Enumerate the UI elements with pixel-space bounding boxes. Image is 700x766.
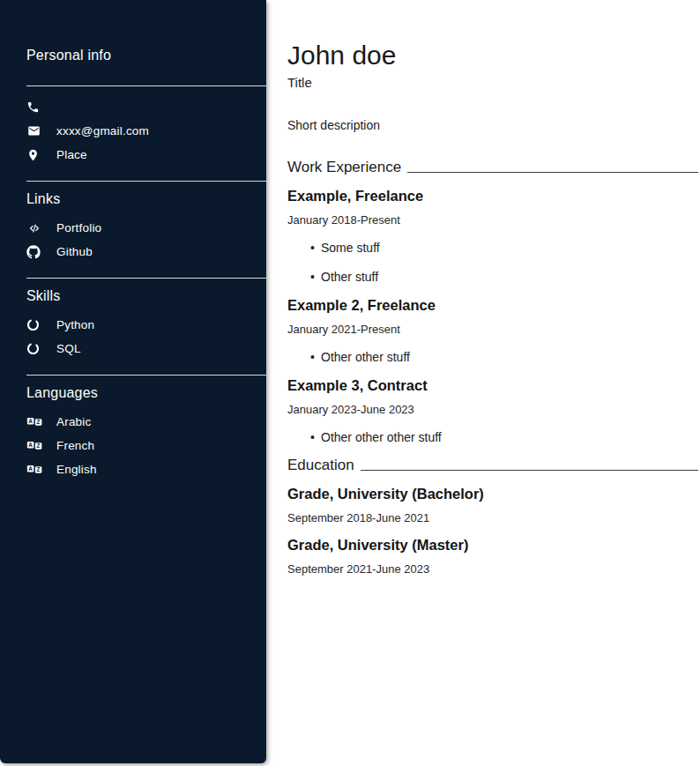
language-item: AZ French xyxy=(0,434,266,457)
section-heading-label: Education xyxy=(287,457,354,474)
language-label: Arabic xyxy=(56,415,91,428)
work-entry-title: Example, Freelance xyxy=(287,187,698,205)
skill-item: Python xyxy=(0,313,266,337)
education-entry-dates: September 2018-June 2021 xyxy=(287,511,698,525)
link-label: Portfolio xyxy=(56,221,101,234)
bullet-item: Some stuff xyxy=(310,241,698,256)
bullet-item: Other stuff xyxy=(310,270,698,285)
divider xyxy=(26,86,266,86)
bullet-item: Other other stuff xyxy=(310,350,698,365)
divider xyxy=(26,181,266,182)
education-section: Education Grade, University (Bachelor) S… xyxy=(287,457,698,576)
phone-row xyxy=(0,95,266,119)
personal-info-heading: Personal info xyxy=(0,47,266,63)
github-icon xyxy=(26,245,43,259)
sidebar-link-portfolio[interactable]: Portfolio xyxy=(0,216,266,240)
work-entry-dates: January 2021-Present xyxy=(287,323,698,337)
divider xyxy=(26,278,266,279)
language-icon: AZ xyxy=(26,439,43,452)
heading-rule xyxy=(361,470,698,471)
work-experience-section: Work Experience Example, Freelance Janua… xyxy=(287,159,698,445)
circle-notch-icon xyxy=(26,342,43,355)
education-heading: Education xyxy=(287,457,698,474)
email-label: xxxx@gmail.com xyxy=(56,124,149,138)
education-entry-title: Grade, University (Master) xyxy=(287,536,698,554)
skill-label: Python xyxy=(56,318,94,331)
education-entry-title: Grade, University (Bachelor) xyxy=(287,485,698,502)
svg-text:A: A xyxy=(28,442,33,448)
email-row: xxxx@gmail.com xyxy=(0,119,266,143)
languages-heading: Languages xyxy=(0,384,266,401)
links-heading: Links xyxy=(0,190,266,207)
person-title: Title xyxy=(287,75,698,91)
map-pin-icon xyxy=(26,148,43,162)
phone-icon xyxy=(26,100,43,114)
education-entry-dates: September 2021-June 2023 xyxy=(287,562,698,576)
svg-text:A: A xyxy=(28,418,33,424)
language-icon: AZ xyxy=(26,463,43,476)
language-label: French xyxy=(56,439,94,452)
short-description: Short description xyxy=(287,118,698,133)
svg-text:Z: Z xyxy=(37,466,41,472)
location-row: Place xyxy=(0,143,266,167)
sidebar-link-github[interactable]: Github xyxy=(0,240,266,264)
bullet-item: Other other other stuff xyxy=(310,430,698,445)
svg-text:A: A xyxy=(28,465,33,472)
work-entry-title: Example 2, Freelance xyxy=(287,296,698,314)
divider xyxy=(26,375,266,376)
resume-main: John doe Title Short description Work Ex… xyxy=(266,0,700,576)
skills-heading: Skills xyxy=(0,287,266,304)
language-label: English xyxy=(56,463,97,476)
person-name: John doe xyxy=(287,42,698,69)
code-icon xyxy=(26,222,43,234)
link-label: Github xyxy=(56,245,93,258)
work-experience-heading: Work Experience xyxy=(287,159,698,176)
work-entry-bullets: Other other stuff xyxy=(287,350,698,365)
work-entry-bullets: Some stuff Other stuff xyxy=(287,241,698,285)
language-item: AZ Arabic xyxy=(0,410,266,434)
svg-text:Z: Z xyxy=(37,419,41,425)
work-entry-dates: January 2018-Present xyxy=(287,213,698,227)
work-entry-bullets: Other other other stuff xyxy=(287,430,698,445)
sidebar: Personal info xxxx@gmail.com Place Links… xyxy=(0,0,266,763)
svg-text:Z: Z xyxy=(37,442,41,449)
envelope-icon xyxy=(26,124,43,138)
section-heading-label: Work Experience xyxy=(287,159,401,176)
heading-rule xyxy=(407,172,698,173)
work-entry-dates: January 2023-June 2023 xyxy=(287,403,698,417)
work-entry-title: Example 3, Contract xyxy=(287,376,698,394)
language-icon: AZ xyxy=(26,415,43,428)
circle-notch-icon xyxy=(26,318,43,331)
location-label: Place xyxy=(56,148,87,161)
language-item: AZ English xyxy=(0,457,266,481)
skill-item: SQL xyxy=(0,337,266,361)
skill-label: SQL xyxy=(56,342,81,355)
